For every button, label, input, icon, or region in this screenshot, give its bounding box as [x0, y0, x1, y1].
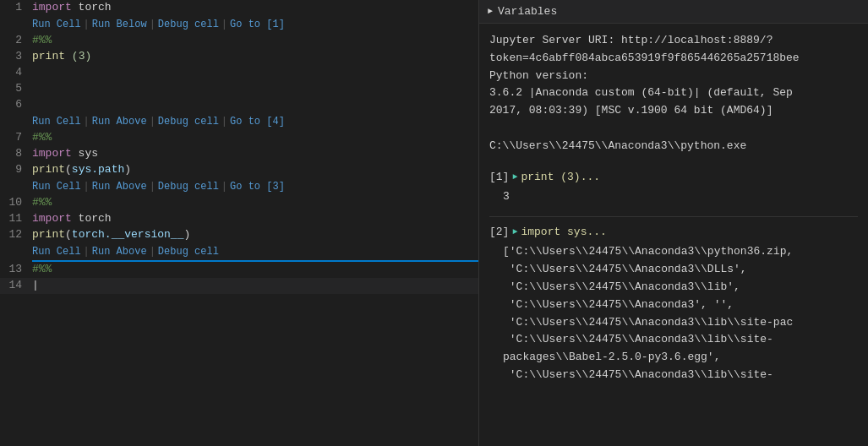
- divider-1: [489, 216, 858, 217]
- run-above-btn-last[interactable]: Run Above: [92, 246, 147, 258]
- variables-header[interactable]: ► Variables: [479, 0, 868, 24]
- output-label-1: [1] ► print (3)...: [489, 169, 858, 186]
- code-editor: 1 import torch Run Cell | Run Below | De…: [0, 0, 479, 446]
- cell-toolbar-3: Run Cell | Run Above | Debug cell | Go t…: [0, 178, 478, 195]
- line-number: 6: [0, 97, 29, 111]
- output-num-1: [1]: [489, 169, 509, 186]
- line-content[interactable]: import torch: [29, 0, 478, 14]
- cell-toolbar-1: Run Cell | Run Below | Debug cell | Go t…: [0, 16, 478, 33]
- line-content[interactable]: |: [29, 278, 478, 291]
- line-number: 7: [0, 130, 29, 144]
- code-line: 8 import sys: [0, 146, 478, 162]
- goto-btn-3[interactable]: Go to [3]: [230, 181, 285, 193]
- output-run-icon-1: ►: [512, 171, 517, 183]
- line-content[interactable]: import torch: [29, 211, 478, 225]
- line-number: 9: [0, 162, 29, 176]
- code-line: 2 #%%: [0, 33, 478, 49]
- output-code-2: import sys...: [521, 224, 606, 241]
- run-cell-btn-4[interactable]: Run Cell: [32, 116, 81, 128]
- cell-area: 1 import torch Run Cell | Run Below | De…: [0, 0, 478, 446]
- code-line: 4: [0, 65, 478, 81]
- line-content[interactable]: #%%: [29, 195, 478, 209]
- output-code-1: print (3)...: [521, 169, 600, 186]
- code-line: 13 #%%: [0, 262, 478, 278]
- line-content[interactable]: [29, 81, 478, 95]
- line-content[interactable]: print(torch.__version__): [29, 227, 478, 241]
- debug-cell-btn-4[interactable]: Debug cell: [158, 116, 219, 128]
- output-label-2: [2] ► import sys...: [489, 224, 858, 241]
- output-num-2: [2]: [489, 224, 509, 241]
- line-content[interactable]: print(sys.path): [29, 162, 478, 176]
- line-number: 12: [0, 227, 29, 241]
- code-line: 9 print(sys.path): [0, 162, 478, 178]
- run-cell-btn-3[interactable]: Run Cell: [32, 181, 81, 193]
- run-cell-btn-1[interactable]: Run Cell: [32, 19, 81, 30]
- line-number: 11: [0, 211, 29, 225]
- line-number: 1: [0, 0, 29, 14]
- output-result-1: 3: [489, 188, 858, 206]
- run-above-btn-4[interactable]: Run Above: [92, 116, 147, 128]
- server-info: Jupyter Server URI: http://localhost:888…: [489, 32, 858, 155]
- code-line: 5: [0, 81, 478, 97]
- code-line: 6: [0, 97, 478, 113]
- output-result-2: ['C:\\Users\\24475\\Anaconda3\\python36.…: [489, 243, 858, 383]
- line-number: 8: [0, 146, 29, 160]
- variables-title: Variables: [498, 5, 557, 18]
- line-content[interactable]: print (3): [29, 49, 478, 63]
- goto-btn-1[interactable]: Go to [1]: [230, 19, 285, 30]
- line-number: 4: [0, 65, 29, 79]
- code-line: 10 #%%: [0, 195, 478, 211]
- line-content[interactable]: [29, 97, 478, 111]
- output-block-1: [1] ► print (3)... 3: [489, 169, 858, 206]
- output-run-icon-2: ►: [512, 226, 517, 238]
- line-number: 2: [0, 33, 29, 46]
- line-content[interactable]: #%%: [29, 33, 478, 46]
- goto-btn-4[interactable]: Go to [4]: [230, 116, 285, 128]
- cell-toolbar-4: Run Cell | Run Above | Debug cell | Go t…: [0, 113, 478, 130]
- run-cell-btn-last[interactable]: Run Cell: [32, 246, 81, 258]
- line-content[interactable]: import sys: [29, 146, 478, 160]
- line-number: 10: [0, 195, 29, 209]
- line-content[interactable]: [29, 65, 478, 79]
- line-number: 5: [0, 81, 29, 95]
- code-line: 12 print(torch.__version__): [0, 227, 478, 243]
- cell-toolbar-last: Run Cell | Run Above | Debug cell: [0, 243, 478, 260]
- output-area: Jupyter Server URI: http://localhost:888…: [479, 24, 868, 446]
- code-line: 11 import torch: [0, 211, 478, 227]
- line-number: 3: [0, 49, 29, 63]
- run-above-btn-3[interactable]: Run Above: [92, 181, 147, 193]
- line-content[interactable]: #%%: [29, 262, 478, 275]
- output-panel: ► Variables Jupyter Server URI: http://l…: [479, 0, 868, 446]
- code-line: 1 import torch: [0, 0, 478, 16]
- output-block-2: [2] ► import sys... ['C:\\Users\\24475\\…: [489, 224, 858, 384]
- code-line: 7 #%%: [0, 130, 478, 146]
- debug-cell-btn-1[interactable]: Debug cell: [158, 19, 219, 30]
- debug-cell-btn-last[interactable]: Debug cell: [158, 246, 219, 258]
- run-below-btn-1[interactable]: Run Below: [92, 19, 147, 30]
- variables-toggle-icon: ►: [488, 7, 493, 16]
- code-line-active: 14 |: [0, 278, 478, 294]
- line-number: 13: [0, 262, 29, 275]
- line-content[interactable]: #%%: [29, 130, 478, 144]
- debug-cell-btn-3[interactable]: Debug cell: [158, 181, 219, 193]
- code-line: 3 print (3): [0, 49, 478, 65]
- line-number: 14: [0, 278, 29, 291]
